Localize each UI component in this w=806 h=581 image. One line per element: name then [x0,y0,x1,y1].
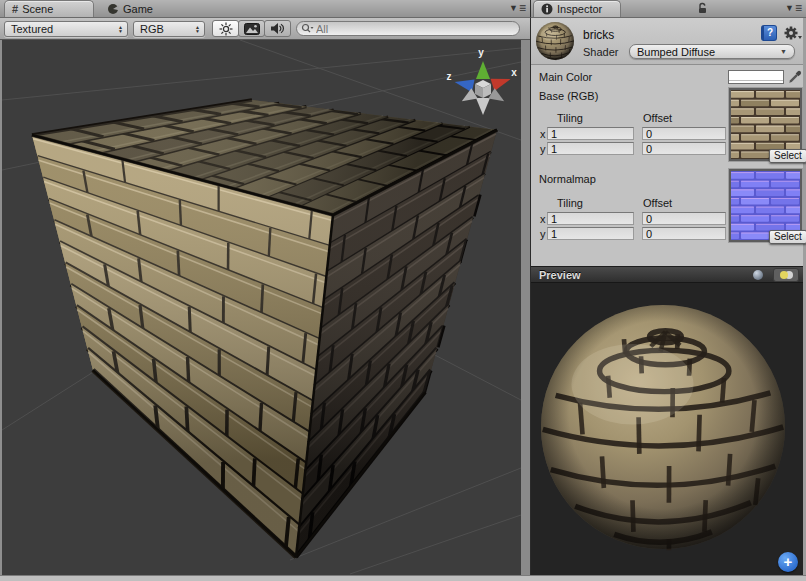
unity-editor-window: # Scene Game ▼≡ Textured ▲▼ RGB ▲▼ [0,0,806,581]
offset-label: Offset [643,112,672,124]
sun-icon [219,22,233,36]
normalmap-offset-x-field[interactable] [642,212,726,225]
preview-title: Preview [539,269,581,281]
tab-game[interactable]: Game [100,0,163,17]
offset-label: Offset [643,197,672,209]
dropdown-arrow-icon: ▼ [780,48,787,55]
normalmap-offset-y-field[interactable] [642,227,726,240]
inspector-lock-button[interactable] [697,2,709,14]
tiling-label: Tiling [557,197,583,209]
alpha-bar [729,80,783,83]
help-icon[interactable]: ? [761,25,777,41]
base-select-button[interactable]: Select [769,149,806,163]
shader-dropdown[interactable]: Bumped Diffuse ▼ [629,44,795,59]
inspector-tabbar: Inspector ▼≡ [530,0,806,18]
dropdown-arrow-icon: ▼ [509,4,518,13]
main-color-label: Main Color [539,71,592,83]
svg-text:y: y [478,47,484,58]
scene-search-field[interactable] [296,21,520,36]
tab-inspector[interactable]: Inspector [533,0,621,17]
base-offset-x-field[interactable] [642,127,726,140]
menu-bars-icon: ≡ [519,4,525,13]
scene-panel-menu-button[interactable]: ▼≡ [509,4,530,13]
lock-open-icon [697,2,709,14]
scene-effects-toggle[interactable] [238,20,265,37]
tab-scene-label: Scene [22,3,53,15]
draw-mode-dropdown[interactable]: Textured ▲▼ [4,21,128,37]
shader-value: Bumped Diffuse [637,46,715,58]
game-icon [107,3,119,15]
inspector-panel: bricks Shader Bumped Diffuse ▼ ? [530,18,806,575]
tab-scene[interactable]: # Scene [4,0,94,17]
sphere-icon [753,270,763,280]
y-row-label: y [540,228,546,240]
preview-sphere-canvas [531,283,803,575]
updown-arrows-icon: ▲▼ [118,25,123,33]
normalmap-tiling-y-field[interactable] [547,227,634,240]
x-row-label: x [540,213,546,225]
scene-tabbar: # Scene Game ▼≡ [0,0,530,18]
search-icon [301,23,314,34]
shader-label: Shader [583,46,618,58]
base-tiling-y-field[interactable] [547,142,634,155]
render-mode-dropdown[interactable]: RGB ▲▼ [133,21,205,37]
audio-speaker-icon [270,22,285,35]
tab-inspector-label: Inspector [557,3,602,15]
inspector-panel-menu-button[interactable]: ▼≡ [785,4,806,13]
menu-bars-icon: ≡ [795,4,801,13]
status-bar [0,575,806,581]
scene-orientation-gizmo: yxz [447,47,518,115]
gear-icon [783,25,803,41]
x-row-label: x [540,128,546,140]
light-on-icon [780,271,788,279]
svg-text:z: z [447,71,452,82]
info-icon [541,3,553,15]
preview-viewport[interactable]: + [531,283,803,575]
scene-viewport[interactable]: yxz [0,40,530,575]
material-header: bricks Shader Bumped Diffuse ▼ ? [531,18,803,65]
material-name: bricks [583,28,614,42]
base-tiling-x-field[interactable] [547,127,634,140]
base-offset-y-field[interactable] [642,142,726,155]
base-section-label: Base (RGB) [539,90,598,102]
material-context-menu-button[interactable] [783,25,803,41]
updown-arrows-icon: ▲▼ [195,25,200,33]
scene-toolbar: Textured ▲▼ RGB ▲▼ [0,18,530,40]
normalmap-section-label: Normalmap [539,173,596,185]
scene-3d-canvas: yxz [2,40,521,575]
main-color-swatch[interactable] [728,70,784,84]
add-button[interactable]: + [778,552,798,572]
normalmap-tiling-x-field[interactable] [547,212,634,225]
scene-search-input[interactable] [316,23,513,35]
y-row-label: y [540,143,546,155]
preview-header: Preview [531,266,803,283]
draw-mode-value: Textured [11,23,53,35]
material-preview-thumbnail[interactable] [535,21,575,61]
eyedropper-icon[interactable] [787,69,803,85]
preview-lighting-button[interactable] [773,268,799,282]
scene-audio-toggle[interactable] [264,20,291,37]
preview-mesh-button[interactable] [745,268,771,282]
normalmap-select-button[interactable]: Select [769,230,806,244]
tab-game-label: Game [123,3,153,15]
tiling-label: Tiling [557,112,583,124]
render-mode-value: RGB [140,23,164,35]
scene-grid-icon: # [12,4,18,15]
dropdown-arrow-icon: ▼ [785,4,794,13]
image-icon [244,23,260,35]
scene-lighting-toggle[interactable] [212,20,239,37]
svg-text:x: x [511,67,517,78]
